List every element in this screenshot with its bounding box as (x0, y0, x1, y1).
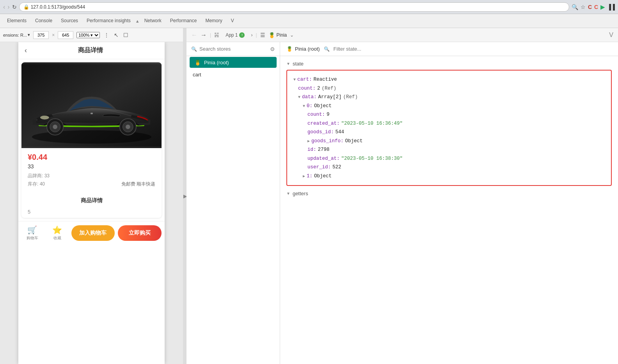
tree-row-created-at: created_at: "2023-05-10 16:36:49" (293, 119, 605, 128)
forward-nav-icon[interactable]: › (7, 4, 9, 11)
back-nav-icon[interactable]: ‹ (3, 4, 5, 11)
bookmark-icon[interactable]: ☆ (581, 4, 586, 10)
toolbar-separator-2: | (256, 32, 257, 38)
cart-expand-icon[interactable]: ▼ (293, 76, 296, 83)
fav-label: 收藏 (53, 235, 61, 241)
devtools-panel: ← → | ☵ App 1 ! › | ☰ 🍍 Pinia ⌄ V (186, 28, 618, 364)
puzzle-icon[interactable]: ⚙ (270, 46, 275, 52)
url-text: 127.0.0.1:5173/goods/544 (31, 4, 85, 10)
tab-memory[interactable]: Memory (201, 16, 226, 26)
data-expand-icon[interactable]: ▼ (298, 94, 300, 101)
item1-expand-icon[interactable]: ▶ (303, 173, 305, 180)
ext-icon-3: ▶ (600, 4, 605, 10)
pinia-dropdown-icon[interactable]: ⌄ (290, 32, 294, 38)
store-item-pinia-root[interactable]: 🍍 Pinia (root) (190, 57, 277, 68)
phone-frame: ‹ 商品详情 (18, 42, 165, 364)
item0-expand-icon[interactable]: ▼ (303, 103, 305, 110)
product-image (21, 62, 162, 148)
tab-v[interactable]: V (227, 16, 238, 26)
tab-network[interactable]: Network (140, 16, 165, 26)
tree-row-0: ▼ 0: Object (293, 102, 605, 111)
state-arrow-icon: ▼ (286, 62, 290, 66)
bottom-nav: 🛒 购物车 ⭐ 收藏 加入购物车 立即购买 (18, 221, 165, 244)
state-section-header[interactable]: ▼ state (286, 61, 612, 67)
height-input[interactable] (58, 31, 73, 39)
car-svg (21, 62, 162, 148)
device-selector[interactable]: ensions: R... ▾ (3, 32, 30, 37)
store-list: 🍍 Pinia (root) cart (186, 56, 280, 364)
add-to-cart-button[interactable]: 加入购物车 (71, 225, 115, 241)
mobile-panel: ensions: R... ▾ × 100% ▾ ⋮ ↖ ☐ ‹ (0, 28, 183, 364)
extensions-icon[interactable]: 🔍 (572, 4, 578, 10)
tree-row-updated-at: updated_at: "2023-05-10 16:38:30" (293, 154, 605, 163)
app-label[interactable]: App 1 ! (222, 32, 248, 39)
page-back-button[interactable]: ‹ (25, 46, 27, 55)
list-icon: ☰ (260, 32, 265, 38)
store-item-cart[interactable]: cart (186, 69, 280, 81)
performance-insights-icon: ▲ (135, 19, 140, 23)
goods-info-expand-icon[interactable]: ▶ (307, 138, 310, 145)
nav-cart[interactable]: 🛒 购物车 (21, 225, 43, 241)
product-stock: 库存: 40 (28, 181, 45, 187)
mobile-content: ‹ 商品详情 (0, 42, 183, 364)
product-number: 5 (28, 209, 155, 215)
getters-section-header[interactable]: ▼ getters (286, 191, 612, 196)
state-label: state (293, 61, 304, 67)
filter-state-input[interactable] (334, 46, 612, 52)
product-price: ¥0.44 (28, 153, 155, 162)
zoom-select[interactable]: 100% ▾ (76, 32, 100, 38)
pages-icon: ☵ (214, 32, 219, 38)
width-input[interactable] (33, 31, 49, 39)
tree-row-data: ▼ data: Array[2] (Ref) (293, 93, 605, 102)
stores-panel: 🔍 ⚙ 🍍 Pinia (root) cart (186, 42, 280, 364)
more-options-icon[interactable]: ⋮ (103, 31, 110, 39)
tab-console[interactable]: Console (31, 16, 56, 26)
page-title: 商品详情 (32, 46, 149, 55)
cursor-icon[interactable]: ↖ (113, 31, 119, 39)
tree-row-count: count: 2 (Ref) (293, 84, 605, 93)
buy-now-button[interactable]: 立即购买 (118, 225, 162, 241)
ext-icon-1: C (588, 4, 592, 10)
star-icon: ⭐ (52, 225, 62, 235)
tab-sources[interactable]: Sources (57, 16, 82, 26)
svg-point-5 (53, 125, 57, 129)
pinia-forward-arrow[interactable]: → (201, 32, 207, 39)
device-toolbar: ensions: R... ▾ × 100% ▾ ⋮ ↖ ☐ (0, 28, 183, 42)
inspect-icon[interactable]: ☐ (123, 31, 129, 39)
page-header: ‹ 商品详情 (18, 42, 165, 59)
pinia-back-arrow[interactable]: ← (191, 32, 197, 39)
device-chevron-icon: ▾ (28, 32, 30, 37)
ext-icon-4: ▐▐ (607, 4, 615, 10)
getters-label: getters (293, 191, 308, 196)
tab-performance-insights[interactable]: Performance insights (83, 16, 135, 26)
product-brand: 品牌商: 33 (28, 173, 155, 179)
tree-row-id: id: 2798 (293, 145, 605, 154)
tree-row-item0-count: count: 9 (293, 110, 605, 119)
state-tree: ▼ state ▼ cart: Reactive (280, 56, 618, 364)
tree-row-cart: ▼ cart: Reactive (293, 75, 605, 84)
pinia-root-label: Pinia (root) (204, 60, 229, 65)
pinia-emoji: 🍍 (268, 32, 275, 38)
cart-store-label: cart (193, 72, 201, 78)
more-icon[interactable]: V (609, 32, 613, 39)
ext-icon-2: C (594, 4, 598, 10)
svg-point-2 (40, 116, 49, 120)
filter-search-icon: 🔍 (324, 46, 330, 52)
main-area: ensions: R... ▾ × 100% ▾ ⋮ ↖ ☐ ‹ (0, 28, 618, 364)
reload-icon[interactable]: ↻ (12, 4, 17, 10)
state-panel: 🍍 Pinia (root) 🔍 ▼ state (280, 42, 618, 364)
shipping-tag: 免邮费 顺丰快递 (121, 181, 155, 187)
tab-performance[interactable]: Performance (166, 16, 201, 26)
store-header-label: 🍍 Pinia (root) (286, 46, 320, 52)
svg-point-8 (126, 125, 130, 129)
tab-elements[interactable]: Elements (3, 16, 30, 26)
product-detail-button[interactable]: 商品详情 (28, 197, 155, 204)
tree-row-1: ▶ 1: Object (293, 172, 605, 181)
store-header-emoji: 🍍 (286, 46, 293, 52)
search-stores-input[interactable] (199, 46, 268, 52)
nav-favorite[interactable]: ⭐ 收藏 (46, 225, 68, 241)
cart-icon: 🛒 (27, 225, 37, 235)
toolbar-separator-1: | (210, 32, 211, 38)
chevron-down-icon[interactable]: › (251, 32, 252, 38)
resize-handle[interactable]: ▶ (183, 28, 186, 364)
